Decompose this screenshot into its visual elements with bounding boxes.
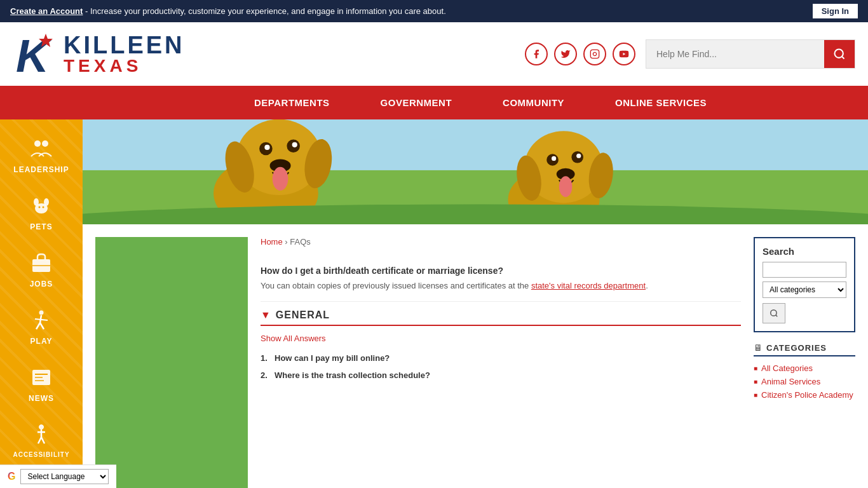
svg-point-46 xyxy=(576,154,581,158)
svg-line-19 xyxy=(40,323,44,329)
banner-text: Create an Account - Increase your produc… xyxy=(10,6,446,16)
pets-label: PETS xyxy=(30,222,52,231)
killeen-k-logo: K xyxy=(13,29,64,79)
bullet-police: ■ xyxy=(754,391,757,398)
play-label: PLAY xyxy=(31,337,53,346)
faq-search-button[interactable] xyxy=(763,303,785,323)
logo-text: KILLEEN TEXAS xyxy=(64,33,185,75)
faq-list: 1. How can I pay my bill online? 2. Wher… xyxy=(261,349,741,384)
sidebar-item-jobs[interactable]: JOBS xyxy=(0,240,83,297)
jobs-icon xyxy=(27,249,55,277)
faq-item-2: 2. Where is the trash collection schedul… xyxy=(261,367,741,384)
breadcrumb-current: FAQs xyxy=(290,237,311,247)
svg-rect-28 xyxy=(83,119,868,170)
faq-search-box: Search All categories xyxy=(754,237,855,332)
sidebar-item-news[interactable]: NEWS xyxy=(0,355,83,412)
category-citizens-police: ■ Citizen's Police Academy xyxy=(754,388,855,402)
social-icons xyxy=(525,43,635,65)
faq-question-2[interactable]: Where is the trash collection schedule? xyxy=(275,370,430,380)
faq-category-select[interactable]: All categories xyxy=(763,281,846,298)
featured-faq: How do I get a birth/death certificate o… xyxy=(261,257,741,302)
svg-point-16 xyxy=(39,311,44,315)
main-content: Home › FAQs How do I get a birth/death c… xyxy=(83,119,868,488)
search-button[interactable] xyxy=(824,40,855,68)
left-sidebar: LEADERSHIP PETS xyxy=(0,119,83,488)
svg-point-13 xyxy=(43,207,44,208)
accessibility-icon xyxy=(27,421,55,449)
nav-departments[interactable]: DEPARTMENTS xyxy=(229,86,355,119)
nav-government[interactable]: GOVERNMENT xyxy=(355,86,478,119)
header: K KILLEEN TEXAS xyxy=(0,22,868,86)
svg-point-7 xyxy=(34,140,41,147)
sidebar-item-leadership[interactable]: LEADERSHIP xyxy=(0,126,83,183)
svg-rect-2 xyxy=(590,50,599,58)
categories-title: CATEGORIES xyxy=(766,343,827,353)
bullet-all: ■ xyxy=(754,365,757,372)
bullet-animal: ■ xyxy=(754,378,757,385)
faq-section: Home › FAQs How do I get a birth/death c… xyxy=(261,237,741,488)
svg-point-10 xyxy=(34,198,39,206)
category-all: ■ All Categories xyxy=(754,362,855,375)
citizens-police-link[interactable]: Citizen's Police Academy xyxy=(761,390,853,400)
sign-in-button[interactable]: Sign In xyxy=(813,4,858,18)
svg-line-18 xyxy=(36,323,40,329)
breadcrumb: Home › FAQs xyxy=(261,237,741,247)
pets-icon xyxy=(27,192,55,220)
faq-search-input[interactable] xyxy=(763,262,846,278)
categories-header: 🖥 CATEGORIES xyxy=(754,342,855,356)
hero-image xyxy=(83,119,868,224)
svg-point-50 xyxy=(771,310,776,316)
svg-line-51 xyxy=(776,315,778,317)
translate-bar: G Select Language xyxy=(0,464,116,488)
create-account-link[interactable]: Create an Account xyxy=(10,6,83,16)
nav-online-services[interactable]: ONLINE SERVICES xyxy=(590,86,732,119)
svg-line-6 xyxy=(842,57,844,59)
accessibility-label: ACCESSIBILITY xyxy=(13,451,69,458)
google-g-icon: G xyxy=(8,471,15,482)
section-triangle: ▼ xyxy=(261,309,271,321)
page-layout: LEADERSHIP PETS xyxy=(0,119,868,488)
breadcrumb-home[interactable]: Home xyxy=(261,237,283,247)
sidebar-item-accessibility[interactable]: ACCESSIBILITY xyxy=(0,412,83,467)
svg-point-8 xyxy=(42,140,48,147)
categories-list: ■ All Categories ■ Animal Services ■ Cit… xyxy=(754,362,855,402)
sidebar-item-play[interactable]: PLAY xyxy=(0,297,83,355)
faq-num-1: 1. xyxy=(261,353,271,363)
svg-point-45 xyxy=(552,156,556,161)
news-icon xyxy=(27,363,55,391)
svg-point-38 xyxy=(273,167,288,191)
nav-community[interactable]: COMMUNITY xyxy=(477,86,590,119)
right-sidebar: Search All categories 🖥 CATEGORIES xyxy=(754,237,855,488)
main-navigation: DEPARTMENTS GOVERNMENT COMMUNITY ONLINE … xyxy=(0,86,868,119)
all-categories-link[interactable]: All Categories xyxy=(761,363,813,373)
vital-records-link[interactable]: state's vital records department xyxy=(531,281,646,290)
general-section-title: GENERAL xyxy=(276,309,330,321)
twitter-icon[interactable] xyxy=(554,43,577,65)
animal-services-link[interactable]: Animal Services xyxy=(761,377,820,386)
faq-question-1[interactable]: How can I pay my bill online? xyxy=(275,353,390,363)
logo-state: TEXAS xyxy=(64,57,185,75)
svg-point-12 xyxy=(39,207,41,208)
instagram-icon[interactable] xyxy=(583,43,606,65)
faq-num-2: 2. xyxy=(261,370,271,380)
logo[interactable]: K KILLEEN TEXAS xyxy=(13,29,241,79)
content-row: Home › FAQs How do I get a birth/death c… xyxy=(83,224,868,488)
faq-search-title: Search xyxy=(763,246,846,257)
language-select[interactable]: Select Language xyxy=(20,469,109,484)
header-right xyxy=(241,39,855,69)
categories-section: 🖥 CATEGORIES ■ All Categories ■ Animal S… xyxy=(754,342,855,402)
green-panel xyxy=(95,237,248,488)
news-label: NEWS xyxy=(29,394,54,403)
sidebar-item-pets[interactable]: PETS xyxy=(0,183,83,240)
youtube-icon[interactable] xyxy=(613,43,635,65)
category-animal-services: ■ Animal Services xyxy=(754,375,855,388)
banner-description: - Increase your productivity, customize … xyxy=(83,6,445,16)
play-icon xyxy=(27,306,55,334)
search-input[interactable] xyxy=(646,43,824,65)
show-all-answers-link[interactable]: Show All Answers xyxy=(261,334,741,343)
faq-item-1: 1. How can I pay my bill online? xyxy=(261,349,741,367)
facebook-icon[interactable] xyxy=(525,43,548,65)
featured-faq-question: How do I get a birth/death certificate o… xyxy=(261,266,741,276)
dogs-svg xyxy=(83,119,868,224)
jobs-label: JOBS xyxy=(30,280,53,288)
